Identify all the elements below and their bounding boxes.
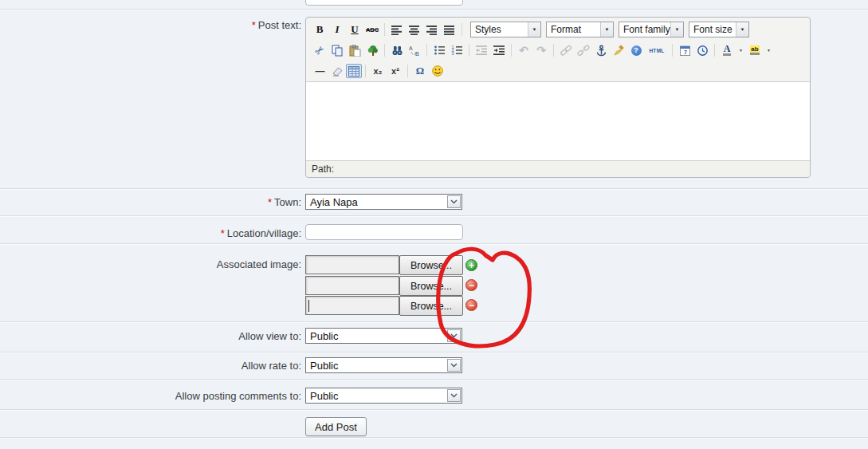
numbered-list-icon: 123 [451, 45, 463, 56]
superscript-icon: x² [391, 66, 399, 76]
emoticons-button[interactable] [429, 63, 446, 79]
horizontal-rule-button[interactable]: — [311, 63, 328, 79]
help-icon: ? [631, 45, 642, 56]
row-divider [0, 215, 868, 216]
align-right-button[interactable] [423, 22, 441, 37]
subscript-button[interactable]: x₂ [369, 63, 387, 79]
font-size-dropdown[interactable]: Font size ▼ [689, 22, 749, 37]
paste-icon [349, 45, 361, 57]
plus-icon: + [469, 261, 474, 270]
toolbar-separator [511, 44, 512, 57]
location-input[interactable] [305, 224, 463, 240]
special-character-button[interactable]: Ω [411, 63, 429, 79]
image-tree-icon [367, 45, 379, 57]
redo-button[interactable]: ↷ [532, 42, 550, 58]
toggle-guidelines-button[interactable] [346, 64, 362, 78]
insert-link-button[interactable] [557, 42, 575, 58]
text-caret [308, 300, 309, 312]
cut-button[interactable]: ✂ [311, 42, 328, 58]
text-color-icon: A [723, 45, 732, 56]
binoculars-icon [391, 45, 403, 57]
italic-icon: I [335, 23, 339, 36]
remove-image-button-2[interactable]: − [465, 299, 477, 311]
minus-icon: − [469, 301, 474, 310]
allow-view-select[interactable]: Public [305, 328, 462, 344]
remove-image-button-1[interactable]: − [465, 279, 477, 291]
select-chevron-icon [447, 195, 461, 208]
editor-status-bar: Path: [306, 160, 810, 177]
allow-view-label-text: Allow view to: [238, 330, 301, 342]
toolbar-separator [426, 44, 427, 57]
numbered-list-button[interactable]: 123 [448, 42, 465, 58]
required-marker: * [252, 19, 256, 31]
browse-button-3[interactable]: Browse... [399, 296, 463, 316]
editor-content-area[interactable] [306, 81, 810, 160]
bold-button[interactable]: B [311, 22, 328, 37]
paste-button[interactable] [346, 42, 363, 58]
town-label-text: Town: [274, 196, 301, 208]
styles-dropdown[interactable]: Styles ▼ [470, 22, 541, 37]
browse-button-1[interactable]: Browse... [399, 255, 463, 275]
edit-html-button[interactable]: HTML [645, 42, 669, 58]
insert-image-button[interactable] [363, 42, 381, 58]
clock-icon [697, 45, 709, 57]
file-input-row-3: Browse... [305, 296, 463, 316]
link-icon [560, 45, 572, 56]
allow-comments-select[interactable]: Public [305, 388, 462, 404]
italic-button[interactable]: I [328, 22, 346, 37]
background-color-icon: ab [750, 45, 759, 55]
bold-icon: B [316, 23, 324, 36]
insert-time-button[interactable] [693, 42, 711, 58]
toolbar-separator [672, 44, 673, 57]
add-post-button[interactable]: Add Post [305, 417, 367, 436]
underline-button[interactable]: U [346, 22, 363, 37]
insert-date-button[interactable]: 7 [676, 42, 693, 58]
find-button[interactable] [388, 42, 406, 58]
allow-view-label: Allow view to: [238, 330, 301, 342]
allow-rate-select[interactable]: Public [305, 357, 462, 373]
undo-button[interactable]: ↶ [515, 42, 532, 58]
help-button[interactable]: ? [627, 42, 645, 58]
format-dropdown-value: Format [547, 22, 600, 37]
background-color-menu-button[interactable]: ▼ [764, 42, 774, 58]
copy-icon [332, 45, 344, 57]
outdent-button[interactable] [473, 42, 490, 58]
town-select[interactable]: Ayia Napa [305, 194, 462, 210]
truncated-input-above[interactable] [305, 0, 463, 6]
row-divider [0, 243, 868, 244]
remove-format-button[interactable] [328, 63, 346, 79]
allow-rate-label-text: Allow rate to: [242, 360, 301, 372]
horizontal-rule-icon: — [316, 65, 324, 77]
cleanup-button[interactable] [610, 42, 627, 58]
strikethrough-button[interactable]: ABC [363, 22, 381, 37]
text-color-button[interactable]: A [718, 42, 736, 58]
find-replace-button[interactable]: AB [406, 42, 423, 58]
indent-button[interactable] [490, 42, 508, 58]
browse-button-2[interactable]: Browse... [399, 276, 463, 296]
add-image-button[interactable]: + [465, 259, 477, 271]
format-dropdown[interactable]: Format ▼ [546, 22, 614, 37]
minus-icon: − [469, 281, 474, 290]
file-path-field-2[interactable] [305, 276, 399, 295]
toolbar-row-1: B I U ABC Styles [311, 19, 805, 40]
align-center-icon [409, 25, 420, 35]
align-justify-button[interactable] [441, 22, 458, 37]
editor-path-label: Path: [312, 163, 334, 175]
superscript-button[interactable]: x² [387, 63, 404, 79]
select-chevron-icon [447, 389, 461, 402]
file-path-field-1[interactable] [305, 255, 399, 274]
strikethrough-icon: ABC [366, 26, 379, 33]
required-marker: * [268, 196, 272, 208]
bullet-list-button[interactable] [430, 42, 448, 58]
remove-link-button[interactable] [575, 42, 592, 58]
align-left-button[interactable] [388, 22, 406, 37]
anchor-icon [595, 45, 607, 57]
associated-image-label: Associated image: [217, 258, 301, 270]
file-path-field-3[interactable] [305, 296, 399, 315]
align-center-button[interactable] [406, 22, 423, 37]
text-color-menu-button[interactable]: ▼ [736, 42, 746, 58]
anchor-button[interactable] [592, 42, 610, 58]
font-family-dropdown[interactable]: Font family ▼ [619, 22, 684, 37]
copy-button[interactable] [328, 42, 346, 58]
background-color-button[interactable]: ab [746, 42, 764, 58]
